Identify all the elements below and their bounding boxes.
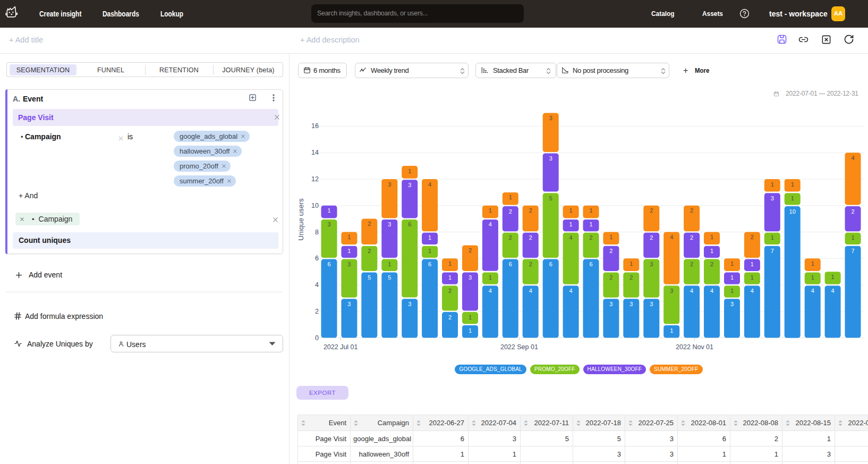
svg-text:5: 5 [388,274,391,281]
svg-text:4: 4 [428,181,431,188]
svg-text:2: 2 [751,234,754,240]
svg-text:1: 1 [428,234,431,241]
svg-text:1: 1 [609,234,612,240]
svg-text:2: 2 [690,207,693,214]
svg-text:3: 3 [408,301,411,307]
svg-text:1: 1 [489,274,492,281]
svg-text:6: 6 [327,261,330,267]
svg-text:2: 2 [529,207,532,214]
svg-text:1: 1 [589,221,592,227]
svg-text:5: 5 [549,195,552,201]
svg-text:1: 1 [569,207,573,214]
svg-text:4: 4 [529,288,532,294]
svg-text:3: 3 [469,274,472,281]
svg-text:2022 Nov 01: 2022 Nov 01 [676,343,713,351]
svg-text:5: 5 [368,274,371,281]
svg-text:0: 0 [315,334,319,342]
svg-text:3: 3 [549,115,552,121]
svg-text:4: 4 [489,288,492,294]
svg-text:3: 3 [629,301,633,307]
svg-text:8: 8 [315,229,319,236]
svg-text:1: 1 [347,248,351,254]
svg-text:1: 1 [589,207,592,214]
svg-text:6: 6 [589,261,592,267]
svg-text:16: 16 [311,122,319,130]
svg-text:2: 2 [609,274,612,281]
svg-text:3: 3 [771,195,774,201]
svg-text:1: 1 [811,274,814,281]
svg-text:3: 3 [327,221,330,227]
svg-text:4: 4 [569,288,573,294]
svg-text:4: 4 [710,288,713,294]
svg-text:2: 2 [609,248,612,254]
svg-text:7: 7 [851,248,854,254]
svg-text:3: 3 [408,182,411,188]
svg-text:6: 6 [428,261,431,267]
svg-text:2022 Sep 01: 2022 Sep 01 [500,343,538,351]
svg-text:1: 1 [670,327,673,334]
svg-text:1: 1 [730,274,734,281]
svg-text:1: 1 [751,274,754,281]
svg-text:1: 1 [448,260,452,267]
svg-text:4: 4 [670,234,673,240]
svg-text:3: 3 [347,261,351,267]
svg-text:1: 1 [448,274,452,281]
svg-text:3: 3 [388,221,391,227]
svg-text:1: 1 [771,181,774,188]
svg-text:1: 1 [710,248,713,254]
svg-text:2: 2 [368,248,371,254]
svg-text:3: 3 [670,288,673,294]
svg-text:1: 1 [791,181,794,188]
svg-text:1: 1 [730,260,734,267]
svg-text:3: 3 [347,301,351,307]
svg-text:6: 6 [408,221,411,227]
svg-text:4: 4 [315,281,319,289]
svg-text:4: 4 [811,288,814,294]
svg-text:2: 2 [851,208,854,215]
svg-text:3: 3 [650,301,653,307]
svg-text:1: 1 [509,194,512,200]
svg-text:4: 4 [831,288,835,294]
svg-text:2: 2 [448,314,452,320]
svg-text:3: 3 [549,155,552,162]
svg-text:4: 4 [569,234,573,241]
svg-text:1: 1 [730,288,734,294]
svg-text:1: 1 [851,234,854,241]
svg-text:1: 1 [569,221,573,227]
svg-text:1: 1 [489,207,492,214]
svg-text:2: 2 [629,274,633,281]
svg-text:1: 1 [469,314,472,320]
svg-text:10: 10 [311,202,319,209]
svg-text:2: 2 [710,261,713,267]
svg-text:6: 6 [315,255,319,262]
svg-text:10: 10 [789,208,796,215]
svg-text:3: 3 [609,301,612,307]
svg-text:2: 2 [469,247,472,254]
svg-text:3: 3 [388,181,391,188]
svg-text:1: 1 [831,274,835,280]
svg-text:2: 2 [509,234,512,241]
svg-text:1: 1 [388,261,391,267]
svg-text:3: 3 [730,301,734,307]
svg-text:1: 1 [629,260,633,267]
svg-text:4: 4 [489,221,492,227]
svg-text:2: 2 [650,207,653,214]
svg-text:1: 1 [469,327,472,334]
svg-text:2: 2 [690,261,693,267]
svg-text:1: 1 [791,195,794,201]
svg-text:2: 2 [448,288,452,294]
svg-text:2022 Jul 01: 2022 Jul 01 [324,343,358,351]
svg-text:1: 1 [751,261,754,267]
svg-text:1: 1 [327,207,330,214]
svg-text:1: 1 [408,168,411,174]
svg-text:14: 14 [311,149,319,156]
svg-text:2: 2 [315,308,319,315]
svg-text:2: 2 [690,234,693,241]
svg-text:4: 4 [751,288,754,294]
svg-text:1: 1 [347,234,351,240]
svg-text:1: 1 [771,234,774,241]
svg-text:2: 2 [650,234,653,241]
svg-text:6: 6 [549,261,552,267]
svg-text:2: 2 [529,261,532,267]
svg-text:4: 4 [851,155,854,161]
